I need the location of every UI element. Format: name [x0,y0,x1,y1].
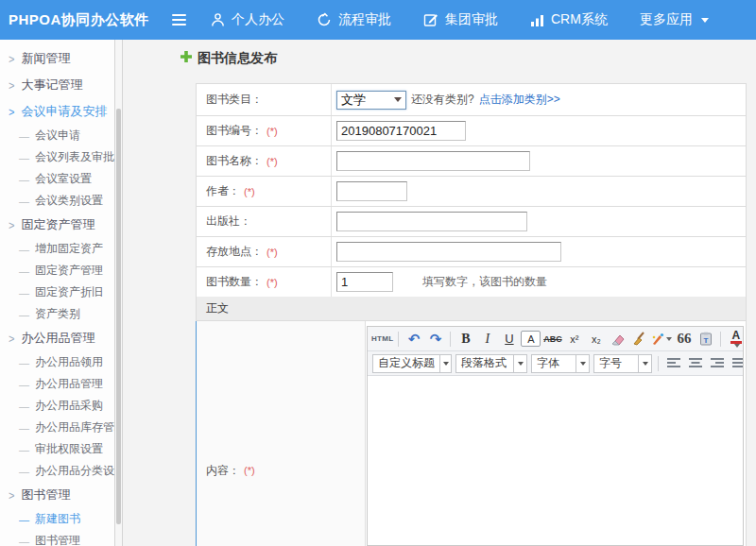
editor-toolbar-row-2: 自定义标题 段落格式 字体 字号 [368,351,743,376]
category-select[interactable]: 文学 [336,91,406,110]
nav-process-approval[interactable]: 流程审批 [301,0,407,40]
sidebar-scrollbar-thumb[interactable] [116,109,121,524]
subscript-button[interactable]: x₂ [586,329,606,349]
form-row-category: 图书类目： 文学 还没有类别? 点击添加类别>> [197,84,746,116]
sidebar-item-approval-permission[interactable]: —审批权限设置 [0,438,123,460]
topbar: PHPOA协同办公软件 个人办公 流程审批 集团审批 CRM系统 更多应用 [0,0,756,40]
add-category-link[interactable]: 点击添加类别>> [479,92,560,108]
sidebar-item-book-manage[interactable]: —图书管理 [0,530,123,546]
rich-text-editor: HTML ↶ ↷ B I U A ABC x² x₂ [367,326,744,546]
underline-button[interactable]: U [499,329,519,349]
font-family-dropdown[interactable]: 字体 [531,354,590,373]
paragraph-format-dropdown[interactable]: 段落格式 [455,354,527,373]
bold-button[interactable]: B [455,329,475,349]
quantity-input[interactable] [336,272,393,292]
sidebar-item-book-new[interactable]: —新建图书 [0,508,123,530]
font-color-button[interactable]: A [726,329,743,349]
nav-personal-office[interactable]: 个人办公 [195,0,301,40]
undo-button[interactable]: ↶ [404,329,423,349]
hamburger-menu-icon[interactable] [163,0,195,40]
page-title: 图书信息发布 [180,50,277,67]
align-left-icon[interactable] [663,353,683,373]
form-row-author: 作者：(*) [197,177,746,207]
custom-title-dropdown[interactable]: 自定义标题 [372,354,452,373]
sidebar-group-news[interactable]: >新闻管理 [0,45,123,72]
book-name-input[interactable] [336,151,530,171]
book-form: 图书类目： 文学 还没有类别? 点击添加类别>> 图书编号：(*) 图书名称：(… [196,83,747,298]
app-logo: PHPOA协同办公软件 [0,11,163,29]
html-source-button[interactable]: HTML [371,329,393,349]
editor-toolbar-row-1: HTML ↶ ↷ B I U A ABC x² x₂ [368,327,743,351]
eraser-icon[interactable] [608,329,627,349]
author-input[interactable] [336,181,407,201]
italic-button[interactable]: I [477,329,497,349]
sidebar-group-events[interactable]: >大事记管理 [0,72,123,98]
sidebar-item-supplies-inventory[interactable]: —办公用品库存管理 [0,417,123,438]
edit-icon [423,12,438,27]
nav-more-apps[interactable]: 更多应用 [624,0,725,40]
sidebar-group-assets[interactable]: >固定资产管理 [0,212,123,238]
form-row-publisher: 出版社： [197,207,746,237]
person-icon [211,12,225,27]
chart-icon [530,13,544,27]
form-row-book-name: 图书名称：(*) [197,146,746,177]
nav-group-approval[interactable]: 集团审批 [407,0,514,40]
sidebar-item-meeting-room[interactable]: —会议室设置 [0,168,123,190]
editor-content-area[interactable] [368,376,743,545]
sidebar-item-supplies-purchase[interactable]: —办公用品采购 [0,395,123,417]
sidebar-item-supplies-category[interactable]: —办公用品分类设置 [0,460,123,482]
publisher-input[interactable] [336,212,527,231]
sidebar-group-books[interactable]: >图书管理 [0,482,123,508]
main-content: 图书信息发布 图书类目： 文学 还没有类别? 点击添加类别>> 图书编号：(*)… [123,40,756,546]
form-row-location: 存放地点：(*) [197,237,746,267]
sidebar-item-asset-manage[interactable]: —固定资产管理 [0,260,123,282]
sidebar-scrollbar[interactable] [114,40,123,546]
quantity-hint: 填写数字，该图书的数量 [422,274,547,290]
font-size-dropdown[interactable]: 字号 [593,354,652,373]
nav-crm-system[interactable]: CRM系统 [514,0,624,40]
format-brush-icon[interactable] [629,329,649,349]
content-row: 内容：(*) HTML ↶ ↷ B I U A ABC x² x₂ [196,321,747,546]
form-row-quantity: 图书数量：(*) 填写数字，该图书的数量 [197,267,746,298]
sidebar-item-asset-add[interactable]: —增加固定资产 [0,238,123,260]
sidebar-item-asset-depreciation[interactable]: —固定资产折旧 [0,282,123,303]
body-section-header: 正文 [196,297,747,321]
align-center-icon[interactable] [685,353,705,373]
sidebar: >新闻管理 >大事记管理 >会议申请及安排 —会议申请 —会议列表及审批 —会议… [0,40,123,546]
select-caret-icon [394,97,402,102]
sidebar-group-supplies[interactable]: >办公用品管理 [0,325,123,351]
sidebar-item-asset-category[interactable]: —资产类别 [0,303,123,325]
redo-button[interactable]: ↷ [425,329,445,349]
sidebar-group-meeting[interactable]: >会议申请及安排 [0,98,123,125]
content-label: 内容：(*) [197,321,366,546]
book-number-input[interactable] [336,121,466,141]
align-right-icon[interactable] [707,353,727,373]
font-name-button[interactable]: A [521,331,541,347]
plus-icon [180,50,193,67]
location-input[interactable] [336,242,561,262]
color-pen-icon[interactable] [651,329,672,349]
align-justify-icon[interactable] [729,353,743,373]
blockquote-button[interactable]: 66 [674,329,694,349]
sidebar-menu: >新闻管理 >大事记管理 >会议申请及安排 —会议申请 —会议列表及审批 —会议… [0,40,123,546]
svg-text:T: T [703,336,708,345]
sidebar-item-supplies-claim[interactable]: —办公用品领用 [0,351,123,373]
process-icon [317,12,332,27]
form-row-book-number: 图书编号：(*) [197,116,746,146]
superscript-button[interactable]: x² [564,329,584,349]
strikethrough-button[interactable]: ABC [542,329,562,349]
sidebar-item-meeting-category[interactable]: —会议类别设置 [0,190,123,212]
sidebar-item-meeting-apply[interactable]: —会议申请 [0,125,123,146]
sidebar-item-supplies-manage[interactable]: —办公用品管理 [0,373,123,395]
paste-icon[interactable]: T [696,329,715,349]
caret-down-icon [701,18,709,23]
sidebar-item-meeting-list[interactable]: —会议列表及审批 [0,146,123,168]
